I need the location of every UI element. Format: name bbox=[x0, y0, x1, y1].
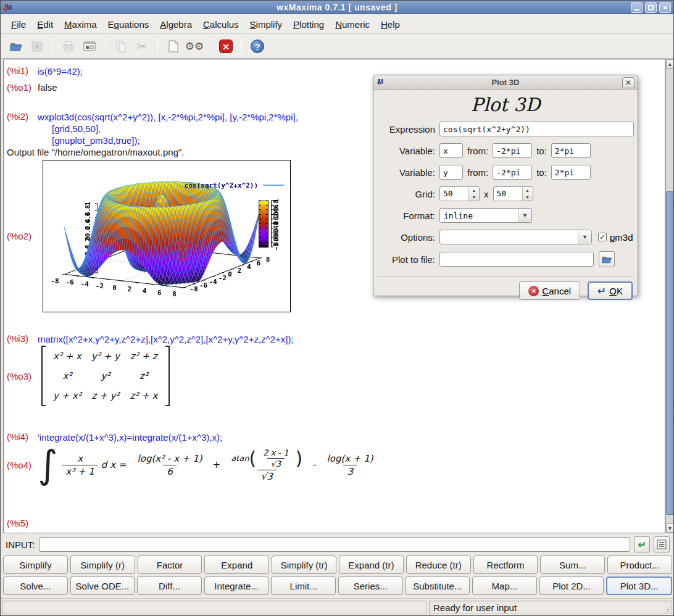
matrix-cell: y² bbox=[86, 370, 125, 381]
minimize-icon[interactable] bbox=[631, 2, 643, 13]
command-input[interactable] bbox=[39, 537, 630, 552]
pm3d-checkbox[interactable]: ✓ bbox=[598, 233, 607, 241]
status-text: Ready for user input bbox=[433, 602, 517, 613]
wxmaxima-window: ξM wxMaxima 0.7.1 [ unsaved ] × FileEdit… bbox=[0, 0, 674, 616]
chevron-down-icon[interactable]: ▼ bbox=[578, 230, 591, 244]
grid-button-expand-tr[interactable]: Expand (tr) bbox=[339, 556, 404, 574]
cell-o2: (%o2) bbox=[7, 160, 291, 312]
open-icon[interactable] bbox=[7, 37, 25, 56]
batch-icon[interactable]: ⚙⚙ bbox=[185, 37, 204, 56]
menu-maxima[interactable]: Maxima bbox=[59, 17, 102, 32]
output-value: false bbox=[38, 82, 57, 93]
scroll-up-icon[interactable]: ▲ bbox=[666, 59, 674, 69]
variable2-to-field[interactable] bbox=[551, 165, 591, 180]
preferences-icon[interactable] bbox=[80, 37, 99, 56]
grid-button-simplify-r[interactable]: Simplify (r) bbox=[70, 556, 135, 574]
spin-down-icon[interactable]: ▼ bbox=[523, 194, 533, 201]
variable1-to-field[interactable] bbox=[551, 143, 591, 158]
pm3d-label: pm3d bbox=[610, 232, 633, 243]
matrix-cell: z² bbox=[125, 370, 163, 381]
grid-button-solve[interactable]: Solve... bbox=[3, 576, 68, 595]
grid-button-simplify-tr[interactable]: Simplify (tr) bbox=[272, 556, 336, 574]
grid-button-solve-ode[interactable]: Solve ODE... bbox=[70, 576, 135, 595]
spin-up-icon[interactable]: ▲ bbox=[469, 187, 479, 194]
grid-button-product[interactable]: Product... bbox=[607, 556, 672, 574]
maximize-icon[interactable] bbox=[645, 2, 657, 13]
chevron-down-icon[interactable]: ▼ bbox=[518, 209, 531, 222]
grid-button-map[interactable]: Map... bbox=[472, 576, 537, 595]
new-document-icon[interactable] bbox=[164, 37, 183, 56]
dialog-title-bar[interactable]: ξM Plot 3D ✕ bbox=[373, 75, 638, 90]
ok-button[interactable]: ↵ OK bbox=[588, 281, 633, 300]
grid-button-plot-2d[interactable]: Plot 2D... bbox=[539, 576, 604, 595]
input-prompt: (%i2) bbox=[7, 111, 38, 122]
grid-button-integrate[interactable]: Integrate... bbox=[204, 576, 269, 595]
grid-button-diff[interactable]: Diff... bbox=[137, 576, 202, 595]
toolbar-separator bbox=[210, 39, 210, 54]
menu-algebra[interactable]: Algebra bbox=[154, 17, 198, 32]
cut-icon: ✂ bbox=[133, 37, 151, 56]
grid-button-plot-3d[interactable]: Plot 3D... bbox=[606, 576, 672, 595]
integral-output: ∫ xx³ + 1 d x = log(x² - x + 1)6 + atan … bbox=[38, 443, 380, 486]
menu-simplify[interactable]: Simplify bbox=[244, 17, 288, 32]
resize-grip[interactable] bbox=[664, 606, 670, 612]
grid-button-limit[interactable]: Limit... bbox=[271, 576, 336, 595]
options-label: Options: bbox=[373, 232, 435, 243]
enter-command-button[interactable]: ↵ bbox=[634, 536, 650, 552]
dialog-close-icon[interactable]: ✕ bbox=[622, 77, 634, 88]
cancel-button[interactable]: ✕ Cancel bbox=[519, 281, 580, 300]
cell-i3: (%i3) matrix([x^2+x,y^2+y,z^2+z],[x^2,y^… bbox=[7, 333, 294, 345]
input-prompt: (%i4) bbox=[7, 431, 38, 442]
expression-label: Expression bbox=[373, 124, 435, 135]
cancel-x-icon: ✕ bbox=[528, 286, 539, 296]
browse-file-button[interactable] bbox=[599, 251, 615, 267]
expression-field[interactable] bbox=[439, 122, 634, 136]
input-code: matrix([x^2+x,y^2+y,z^2+z],[x^2,y^2,z^2]… bbox=[38, 333, 294, 345]
scrollbar-thumb[interactable] bbox=[666, 191, 674, 515]
menu-calculus[interactable]: Calculus bbox=[198, 17, 244, 32]
close-icon[interactable]: × bbox=[659, 2, 671, 13]
folder-icon bbox=[601, 253, 613, 265]
menu-equations[interactable]: Equations bbox=[102, 17, 155, 32]
history-menu-button[interactable] bbox=[654, 536, 670, 552]
grid-button-factor[interactable]: Factor bbox=[138, 556, 202, 574]
input-code-line: wxplot3d(cos(sqrt(x^2+y^2)), [x,-2*%pi,2… bbox=[38, 111, 298, 123]
vertical-scrollbar[interactable]: ▲ ▼ bbox=[665, 59, 674, 533]
spin-up-icon[interactable]: ▲ bbox=[523, 187, 533, 194]
format-select[interactable]: inline ▼ bbox=[439, 208, 532, 223]
grid-button-series[interactable]: Series... bbox=[338, 576, 403, 595]
menu-file[interactable]: File bbox=[6, 17, 31, 32]
grid-times-label: x bbox=[484, 189, 489, 199]
enter-arrow-icon: ↵ bbox=[638, 539, 646, 551]
options-select[interactable]: ▼ bbox=[439, 230, 592, 244]
menu-bar: FileEditMaximaEquationsAlgebraCalculusSi… bbox=[1, 15, 673, 34]
variable1-name-field[interactable] bbox=[439, 143, 463, 158]
spin-down-icon[interactable]: ▼ bbox=[469, 194, 479, 201]
grid-button-sum[interactable]: Sum... bbox=[540, 556, 605, 574]
help-icon[interactable]: ? bbox=[248, 37, 267, 56]
grid-button-substitute[interactable]: Substitute... bbox=[406, 576, 470, 595]
grid-y-stepper[interactable]: 50 ▲▼ bbox=[493, 186, 533, 201]
matrix-cell: y + x² bbox=[48, 390, 86, 401]
scroll-down-icon[interactable]: ▼ bbox=[666, 523, 674, 533]
variable2-name-field[interactable] bbox=[439, 165, 463, 180]
grid-x-stepper[interactable]: 50 ▲▼ bbox=[439, 186, 480, 201]
grid-button-rectform[interactable]: Rectform bbox=[473, 556, 538, 574]
grid-button-reduce-tr[interactable]: Reduce (tr) bbox=[406, 556, 471, 574]
title-bar[interactable]: ξM wxMaxima 0.7.1 [ unsaved ] × bbox=[1, 1, 673, 14]
grid-button-expand[interactable]: Expand bbox=[204, 556, 269, 574]
interrupt-icon[interactable]: ✕ bbox=[217, 37, 235, 56]
menu-plotting[interactable]: Plotting bbox=[288, 17, 330, 32]
plot3d-surface-chart bbox=[43, 160, 290, 312]
menu-edit[interactable]: Edit bbox=[31, 17, 59, 32]
variable2-label: Variable: bbox=[373, 167, 435, 178]
variable2-from-field[interactable] bbox=[493, 165, 532, 180]
format-label: Format: bbox=[373, 210, 435, 221]
variable1-from-field[interactable] bbox=[493, 143, 532, 158]
menu-help[interactable]: Help bbox=[375, 17, 406, 32]
cell-o1: (%o1) false bbox=[7, 82, 57, 93]
plot-to-file-field[interactable] bbox=[439, 252, 594, 267]
grid-button-simplify[interactable]: Simplify bbox=[3, 556, 68, 574]
menu-numeric[interactable]: Numeric bbox=[330, 17, 375, 32]
enter-arrow-icon: ↵ bbox=[597, 285, 606, 297]
